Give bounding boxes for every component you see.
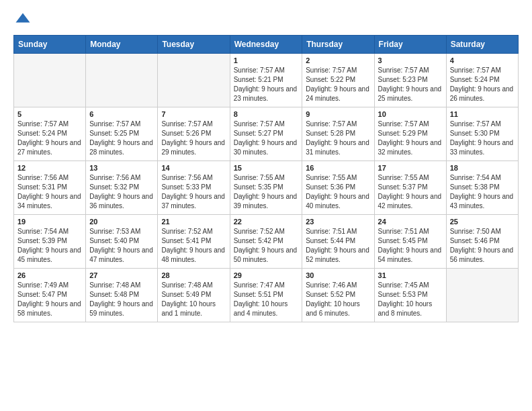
weekday-header-sunday: Sunday: [14, 36, 86, 54]
calendar-cell: 15Sunrise: 7:55 AMSunset: 5:35 PMDayligh…: [230, 161, 302, 215]
calendar-cell: 30Sunrise: 7:46 AMSunset: 5:52 PMDayligh…: [302, 269, 374, 322]
day-number: 19: [17, 218, 82, 226]
calendar-cell: 31Sunrise: 7:45 AMSunset: 5:53 PMDayligh…: [374, 269, 446, 322]
day-number: 20: [89, 218, 154, 226]
calendar-cell: 29Sunrise: 7:47 AMSunset: 5:51 PMDayligh…: [230, 269, 302, 322]
day-number: 5: [17, 110, 82, 118]
calendar-cell: 4Sunrise: 7:57 AMSunset: 5:24 PMDaylight…: [446, 54, 518, 107]
day-number: 17: [378, 164, 443, 172]
calendar-cell: 28Sunrise: 7:48 AMSunset: 5:49 PMDayligh…: [158, 269, 230, 322]
calendar-cell: [86, 54, 158, 107]
weekday-header-wednesday: Wednesday: [230, 36, 302, 54]
day-number: 27: [89, 271, 154, 279]
day-info: Sunrise: 7:57 AMSunset: 5:29 PMDaylight:…: [378, 120, 443, 157]
day-number: 15: [234, 164, 299, 172]
day-info: Sunrise: 7:48 AMSunset: 5:49 PMDaylight:…: [161, 281, 226, 318]
day-number: 22: [234, 218, 299, 226]
calendar-cell: 17Sunrise: 7:55 AMSunset: 5:37 PMDayligh…: [374, 161, 446, 215]
day-info: Sunrise: 7:57 AMSunset: 5:23 PMDaylight:…: [378, 66, 443, 103]
weekday-header-saturday: Saturday: [446, 36, 518, 54]
svg-marker-1: [16, 13, 30, 23]
day-info: Sunrise: 7:57 AMSunset: 5:24 PMDaylight:…: [450, 66, 515, 103]
day-info: Sunrise: 7:53 AMSunset: 5:40 PMDaylight:…: [89, 227, 154, 265]
calendar-cell: 11Sunrise: 7:57 AMSunset: 5:30 PMDayligh…: [446, 107, 518, 161]
day-number: 21: [161, 218, 226, 226]
calendar-cell: 21Sunrise: 7:52 AMSunset: 5:41 PMDayligh…: [158, 215, 230, 269]
day-number: 31: [378, 271, 443, 279]
weekday-header-row: SundayMondayTuesdayWednesdayThursdayFrid…: [14, 36, 519, 54]
logo: [13, 11, 35, 30]
calendar-cell: 20Sunrise: 7:53 AMSunset: 5:40 PMDayligh…: [86, 215, 158, 269]
day-number: 4: [450, 56, 515, 64]
day-number: 6: [89, 110, 154, 118]
day-info: Sunrise: 7:56 AMSunset: 5:32 PMDaylight:…: [89, 173, 154, 211]
day-number: 8: [234, 110, 299, 118]
calendar-cell: 9Sunrise: 7:57 AMSunset: 5:28 PMDaylight…: [302, 107, 374, 161]
day-number: 24: [378, 218, 443, 226]
calendar-cell: 16Sunrise: 7:55 AMSunset: 5:36 PMDayligh…: [302, 161, 374, 215]
day-info: Sunrise: 7:49 AMSunset: 5:47 PMDaylight:…: [17, 281, 82, 318]
calendar-table: SundayMondayTuesdayWednesdayThursdayFrid…: [13, 35, 519, 322]
day-info: Sunrise: 7:47 AMSunset: 5:51 PMDaylight:…: [234, 281, 299, 318]
calendar-week-5: 26Sunrise: 7:49 AMSunset: 5:47 PMDayligh…: [14, 269, 519, 322]
day-number: 11: [450, 110, 515, 118]
day-number: 10: [378, 110, 443, 118]
weekday-header-tuesday: Tuesday: [158, 36, 230, 54]
day-number: 2: [306, 56, 370, 64]
day-number: 23: [306, 218, 370, 226]
day-number: 1: [234, 56, 299, 64]
day-number: 25: [450, 218, 515, 226]
day-number: 18: [450, 164, 515, 172]
weekday-header-friday: Friday: [374, 36, 446, 54]
calendar-week-4: 19Sunrise: 7:54 AMSunset: 5:39 PMDayligh…: [14, 215, 519, 269]
calendar-cell: 1Sunrise: 7:57 AMSunset: 5:21 PMDaylight…: [230, 54, 302, 107]
day-info: Sunrise: 7:57 AMSunset: 5:30 PMDaylight:…: [450, 120, 515, 157]
day-info: Sunrise: 7:50 AMSunset: 5:46 PMDaylight:…: [450, 227, 515, 265]
weekday-header-monday: Monday: [86, 36, 158, 54]
calendar-cell: 10Sunrise: 7:57 AMSunset: 5:29 PMDayligh…: [374, 107, 446, 161]
day-info: Sunrise: 7:54 AMSunset: 5:38 PMDaylight:…: [450, 173, 515, 211]
day-number: 28: [161, 271, 226, 279]
calendar-cell: 22Sunrise: 7:52 AMSunset: 5:42 PMDayligh…: [230, 215, 302, 269]
weekday-header-thursday: Thursday: [302, 36, 374, 54]
calendar-cell: 8Sunrise: 7:57 AMSunset: 5:27 PMDaylight…: [230, 107, 302, 161]
calendar-cell: 12Sunrise: 7:56 AMSunset: 5:31 PMDayligh…: [14, 161, 86, 215]
calendar-cell: [446, 269, 518, 322]
day-info: Sunrise: 7:57 AMSunset: 5:22 PMDaylight:…: [306, 66, 370, 103]
day-number: 30: [306, 271, 370, 279]
day-info: Sunrise: 7:52 AMSunset: 5:41 PMDaylight:…: [161, 227, 226, 265]
day-number: 13: [89, 164, 154, 172]
calendar-cell: 19Sunrise: 7:54 AMSunset: 5:39 PMDayligh…: [14, 215, 86, 269]
day-info: Sunrise: 7:55 AMSunset: 5:36 PMDaylight:…: [306, 173, 370, 211]
calendar-cell: 2Sunrise: 7:57 AMSunset: 5:22 PMDaylight…: [302, 54, 374, 107]
day-info: Sunrise: 7:52 AMSunset: 5:42 PMDaylight:…: [234, 227, 299, 265]
calendar-cell: [14, 54, 86, 107]
day-number: 29: [234, 271, 299, 279]
day-info: Sunrise: 7:57 AMSunset: 5:27 PMDaylight:…: [234, 120, 299, 157]
calendar-cell: 18Sunrise: 7:54 AMSunset: 5:38 PMDayligh…: [446, 161, 518, 215]
calendar-cell: 14Sunrise: 7:56 AMSunset: 5:33 PMDayligh…: [158, 161, 230, 215]
day-number: 3: [378, 56, 443, 64]
day-info: Sunrise: 7:51 AMSunset: 5:45 PMDaylight:…: [378, 227, 443, 265]
day-number: 26: [17, 271, 82, 279]
day-info: Sunrise: 7:48 AMSunset: 5:48 PMDaylight:…: [89, 281, 154, 318]
day-number: 9: [306, 110, 370, 118]
calendar-week-1: 1Sunrise: 7:57 AMSunset: 5:21 PMDaylight…: [14, 54, 519, 107]
day-number: 12: [17, 164, 82, 172]
calendar-cell: 13Sunrise: 7:56 AMSunset: 5:32 PMDayligh…: [86, 161, 158, 215]
calendar-cell: 3Sunrise: 7:57 AMSunset: 5:23 PMDaylight…: [374, 54, 446, 107]
calendar-week-3: 12Sunrise: 7:56 AMSunset: 5:31 PMDayligh…: [14, 161, 519, 215]
calendar-cell: 24Sunrise: 7:51 AMSunset: 5:45 PMDayligh…: [374, 215, 446, 269]
day-info: Sunrise: 7:57 AMSunset: 5:24 PMDaylight:…: [17, 120, 82, 157]
day-info: Sunrise: 7:46 AMSunset: 5:52 PMDaylight:…: [306, 281, 370, 318]
calendar-cell: 23Sunrise: 7:51 AMSunset: 5:44 PMDayligh…: [302, 215, 374, 269]
day-number: 7: [161, 110, 226, 118]
calendar-cell: 26Sunrise: 7:49 AMSunset: 5:47 PMDayligh…: [14, 269, 86, 322]
day-info: Sunrise: 7:57 AMSunset: 5:21 PMDaylight:…: [234, 66, 299, 103]
day-info: Sunrise: 7:56 AMSunset: 5:31 PMDaylight:…: [17, 173, 82, 211]
calendar-cell: 6Sunrise: 7:57 AMSunset: 5:25 PMDaylight…: [86, 107, 158, 161]
day-number: 16: [306, 164, 370, 172]
logo-icon: [13, 11, 32, 30]
day-info: Sunrise: 7:55 AMSunset: 5:37 PMDaylight:…: [378, 173, 443, 211]
calendar-cell: 25Sunrise: 7:50 AMSunset: 5:46 PMDayligh…: [446, 215, 518, 269]
